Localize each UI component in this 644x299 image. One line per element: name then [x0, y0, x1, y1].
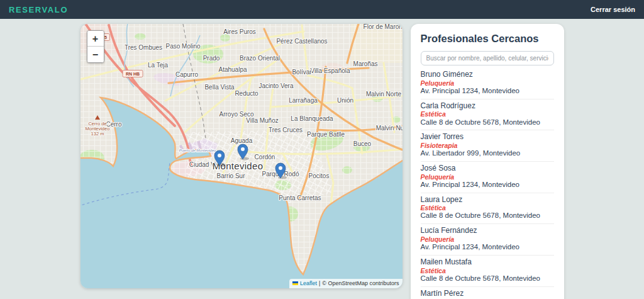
map-attribution: Leaflet | © OpenStreetMap contributors: [289, 279, 402, 288]
professional-specialty: Estética: [421, 204, 554, 212]
main-content: Aires PurosPérez CastellanosFlor de Maro…: [80, 24, 564, 299]
map-label: Reducto: [235, 90, 258, 97]
professional-list-item[interactable]: Lucía Fernández Peluquería Av. Principal…: [421, 224, 554, 256]
map-card: Aires PurosPérez CastellanosFlor de Maro…: [80, 24, 402, 288]
map-label: Maroñas: [353, 60, 377, 67]
map-label: Paso Molino: [165, 43, 200, 50]
brand-logo[interactable]: RESERVALO: [9, 5, 68, 14]
professional-address: Calle 8 de Octubre 5678, Montevideo: [421, 274, 554, 283]
professional-list-item[interactable]: Mailen Mustafa Estética Calle 8 de Octub…: [421, 256, 554, 287]
panel-title: Profesionales Cercanos: [421, 33, 554, 45]
map-label: Tres Cruces: [268, 127, 302, 133]
professional-name: Laura Lopez: [421, 196, 554, 205]
map-label: Villa Muñoz: [246, 117, 279, 124]
map-label: Buceo: [353, 140, 371, 147]
professional-specialty: Fisioterapia: [421, 142, 554, 149]
professional-specialty: Peluquería: [421, 79, 554, 87]
map-label: Barrio Sur: [216, 172, 245, 179]
professional-list-item[interactable]: Carla Rodríguez Estética Calle 8 de Octu…: [421, 99, 554, 131]
professional-list-item[interactable]: José Sosa Peluquería Av. Principal 1234,…: [421, 162, 554, 193]
map-label: Pocitos: [308, 172, 329, 179]
svg-text:RN HB: RN HB: [125, 72, 139, 76]
map-label: Malvin Nuevo: [375, 125, 402, 132]
professional-address: Av. Libertador 999, Montevideo: [421, 149, 554, 158]
professional-list-item[interactable]: Martín Pérez Fisioterapia Av. Libertador…: [421, 287, 554, 299]
map-label: La Teja: [147, 62, 168, 69]
professional-address: Av. Principal 1234, Montevideo: [421, 181, 554, 189]
professional-name: Bruno Giménez: [421, 71, 554, 79]
professionals-list: Bruno Giménez Peluquería Av. Principal 1…: [421, 68, 554, 299]
professional-list-item[interactable]: Bruno Giménez Peluquería Av. Principal 1…: [421, 68, 554, 99]
map-label: Parque Batlle: [306, 131, 344, 138]
professional-name: Lucía Fernández: [421, 227, 554, 235]
professional-list-item[interactable]: Javier Torres Fisioterapia Av. Libertado…: [421, 130, 554, 162]
map-label: Prado: [203, 55, 219, 62]
map-label: Bolívar: [292, 69, 312, 76]
map-label: Aires Puros: [223, 28, 256, 35]
professional-name: Martín Pérez: [421, 290, 554, 298]
navbar: RESERVALO Cerrar sesión: [0, 0, 644, 19]
map-zoom-control: + −: [87, 30, 104, 63]
svg-text:5: 5: [104, 35, 107, 40]
logout-button[interactable]: Cerrar sesión: [591, 6, 635, 13]
ukraine-flag-icon: [292, 281, 298, 285]
osm-attribution: © OpenStreetMap contributors: [322, 280, 399, 286]
professional-specialty: Estética: [421, 110, 554, 118]
map-label: Unión: [336, 97, 353, 104]
map-label: Brazo Oriental: [240, 55, 280, 62]
professional-list-item[interactable]: Laura Lopez Estética Calle 8 de Octubre …: [421, 193, 554, 225]
professional-name: José Sosa: [421, 164, 554, 173]
professional-address: Calle 8 de Octubre 5678, Montevideo: [421, 212, 554, 220]
professional-specialty: Peluquería: [421, 235, 554, 243]
professional-specialty: Peluquería: [421, 173, 554, 181]
map-label: Malvin Norte: [365, 91, 401, 98]
map-label: Bella Vista: [204, 84, 235, 91]
professional-name: Mailen Mustafa: [421, 258, 554, 267]
map-canvas[interactable]: Aires PurosPérez CastellanosFlor de Maro…: [80, 24, 402, 288]
professional-address: Av. Principal 1234, Montevideo: [421, 87, 554, 96]
map-label: La Blanqueada: [291, 115, 333, 122]
map-label: Flor de Maroñas: [363, 24, 402, 30]
professional-address: Calle 8 de Octubre 5678, Montevideo: [421, 118, 554, 127]
map-label: Pérez Castellanos: [276, 38, 327, 45]
zoom-in-button[interactable]: +: [87, 31, 104, 47]
map-label: Puerto de Montevideo: [179, 149, 216, 152]
leaflet-link[interactable]: Leaflet: [300, 280, 317, 286]
map-label: Villa Española: [310, 67, 350, 74]
map-label: Cordón: [254, 154, 275, 161]
route-badge: RN HB: [123, 71, 143, 77]
svg-text:132 m: 132 m: [91, 131, 104, 137]
map-label: Capurro: [175, 71, 198, 78]
professional-specialty: Estética: [421, 267, 554, 274]
map-label: Tres Ombues: [124, 44, 162, 51]
map-label: Jacinto Vera: [258, 82, 293, 89]
professional-name: Carla Rodríguez: [421, 102, 554, 111]
map-label: Atahualpa: [218, 66, 247, 73]
attribution-separator: |: [319, 280, 320, 286]
professional-name: Javier Torres: [421, 133, 554, 142]
map-label: Punta Carretas: [279, 195, 321, 201]
search-input[interactable]: [421, 51, 554, 65]
professionals-panel: Profesionales Cercanos Bruno Giménez Pel…: [411, 24, 564, 299]
professional-address: Av. Principal 1234, Montevideo: [421, 243, 554, 252]
map-label: Larrañaga: [289, 97, 318, 104]
map-label: Aguada: [230, 137, 252, 144]
zoom-out-button[interactable]: −: [87, 47, 104, 62]
